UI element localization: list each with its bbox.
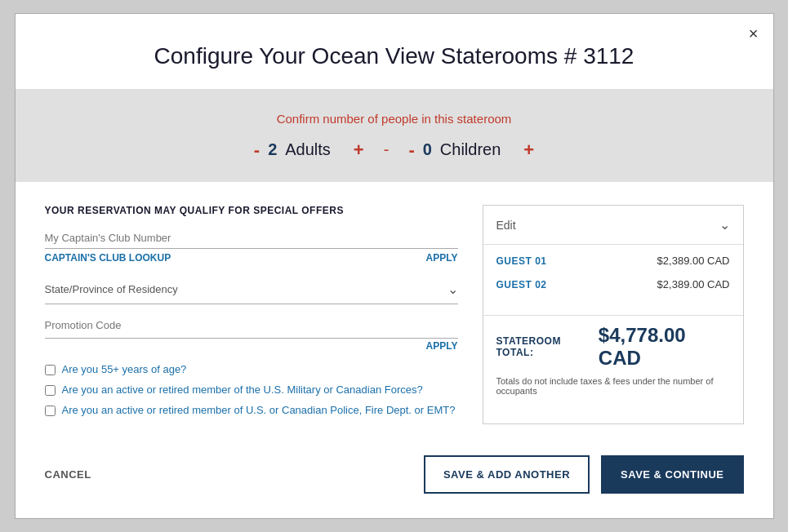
save-continue-button[interactable]: SAVE & CONTINUE <box>601 455 743 494</box>
state-province-label: State/Province of Residency <box>45 283 178 295</box>
captains-link-row: CAPTAIN'S CLUB LOOKUP APPLY <box>45 252 458 264</box>
right-panel: Edit ⌄ GUEST 01 $2,389.00 CAD GUEST 02 $… <box>483 205 744 424</box>
promo-row <box>45 316 458 339</box>
configure-modal: × Configure Your Ocean View Staterooms #… <box>15 13 774 519</box>
state-province-dropdown[interactable]: State/Province of Residency ⌄ <box>45 275 458 304</box>
total-row: STATEROOM TOTAL: $4,778.00 CAD <box>483 324 743 376</box>
guest2-label: GUEST 02 <box>496 279 547 290</box>
left-panel: YOUR RESERVATION MAY QUALIFY FOR SPECIAL… <box>45 205 483 424</box>
total-divider <box>483 315 743 316</box>
guest-rows: GUEST 01 $2,389.00 CAD GUEST 02 $2,389.0… <box>483 245 743 312</box>
age-checkbox[interactable] <box>45 365 56 375</box>
footer-right-buttons: SAVE & ADD ANOTHER SAVE & CONTINUE <box>424 455 744 494</box>
promo-code-input[interactable] <box>45 316 458 335</box>
adults-count: 2 <box>268 140 277 159</box>
adults-label: Adults <box>285 140 331 159</box>
edit-chevron-icon: ⌄ <box>719 217 730 233</box>
captains-club-row <box>45 228 458 249</box>
adults-decrease-button[interactable]: - <box>254 141 260 159</box>
modal-title: Configure Your Ocean View Staterooms # 3… <box>16 14 773 89</box>
promo-apply-link[interactable]: APPLY <box>426 340 458 352</box>
main-content: YOUR RESERVATION MAY QUALIFY FOR SPECIAL… <box>16 182 773 441</box>
edit-label: Edit <box>496 219 516 232</box>
guest2-price: $2,389.00 CAD <box>657 278 730 290</box>
promo-apply-row: APPLY <box>45 340 458 352</box>
confirm-label: Confirm number of people in this statero… <box>48 112 741 126</box>
total-note: Totals do not include taxes & fees under… <box>483 376 743 407</box>
occupancy-controls: - 2 Adults + - - 0 Children + <box>48 140 741 159</box>
children-label: Children <box>440 140 501 159</box>
adults-increase-button[interactable]: + <box>354 141 364 159</box>
save-add-button[interactable]: SAVE & ADD ANOTHER <box>424 455 590 494</box>
military-checkbox[interactable] <box>45 385 56 396</box>
captains-apply-link[interactable]: APPLY <box>426 252 458 264</box>
police-checkbox-label[interactable]: Are you an active or retired member of U… <box>62 404 456 416</box>
checkbox-row-1: Are you 55+ years of age? <box>45 363 458 375</box>
total-label: STATEROOM TOTAL: <box>496 335 599 358</box>
age-checkbox-label[interactable]: Are you 55+ years of age? <box>62 363 187 375</box>
confirm-banner: Confirm number of people in this statero… <box>16 89 773 182</box>
guest-row-1: GUEST 01 $2,389.00 CAD <box>496 255 730 267</box>
checkbox-row-3: Are you an active or retired member of U… <box>45 404 458 416</box>
cancel-button[interactable]: CANCEL <box>45 468 91 481</box>
edit-dropdown-row[interactable]: Edit ⌄ <box>483 206 743 245</box>
guest1-price: $2,389.00 CAD <box>657 255 730 267</box>
police-checkbox[interactable] <box>45 406 56 416</box>
military-checkbox-label[interactable]: Are you an active or retired member of t… <box>62 383 423 396</box>
state-chevron-icon: ⌄ <box>447 282 458 297</box>
modal-footer: CANCEL SAVE & ADD ANOTHER SAVE & CONTINU… <box>16 441 773 513</box>
captains-club-lookup-link[interactable]: CAPTAIN'S CLUB LOOKUP <box>45 252 171 264</box>
checkbox-row-2: Are you an active or retired member of t… <box>45 383 458 396</box>
occupancy-separator: - <box>384 140 390 159</box>
guest1-label: GUEST 01 <box>496 255 547 267</box>
children-count: 0 <box>423 140 432 159</box>
children-increase-button[interactable]: + <box>523 141 534 159</box>
captains-club-input[interactable] <box>45 228 458 249</box>
special-offers-label: YOUR RESERVATION MAY QUALIFY FOR SPECIAL… <box>45 205 458 216</box>
children-decrease-button[interactable]: - <box>408 141 414 159</box>
guest-row-2: GUEST 02 $2,389.00 CAD <box>496 278 730 290</box>
close-button[interactable]: × <box>749 25 759 42</box>
total-value: $4,778.00 CAD <box>599 324 730 370</box>
